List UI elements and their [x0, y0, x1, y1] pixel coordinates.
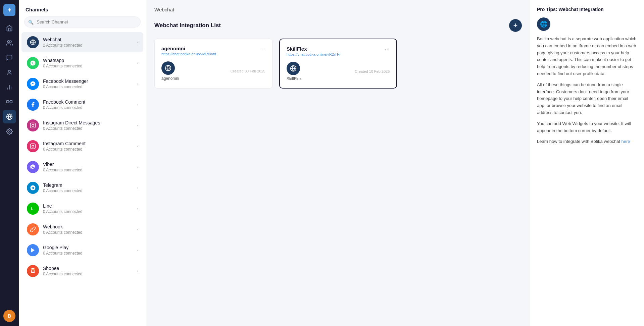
channel-name: Line [43, 203, 137, 209]
channel-item-webhook[interactable]: Webhook0 Accounts connected› [21, 219, 143, 239]
svg-point-13 [32, 124, 34, 126]
breadcrumb: Webchat [146, 0, 530, 12]
card-header-info: agenomni https://chat.botika.online/MRl8… [161, 46, 216, 56]
add-integration-button[interactable]: + [509, 19, 522, 32]
card-top: agenomni https://chat.botika.online/MRl8… [161, 46, 265, 56]
card-header-info: SkillFlex https://chat.botika.online/yR2… [287, 46, 341, 56]
nav-item-contacts[interactable] [3, 36, 16, 50]
channels-list: Webchat2 Accounts connected›Whatsapp0 Ac… [19, 32, 146, 282]
nav-item-channels[interactable] [3, 110, 16, 123]
channel-icon-telegram [27, 182, 39, 194]
chevron-right-icon: › [137, 269, 138, 273]
svg-point-0 [7, 41, 10, 43]
svg-point-17 [34, 145, 35, 145]
channel-name: Facebook Comment [43, 99, 137, 105]
channel-name: Facebook Messenger [43, 78, 137, 84]
search-box: 🔍 [24, 16, 141, 28]
section-title-row: Webchat Integration List + [154, 19, 522, 32]
channel-item-telegram[interactable]: Telegram0 Accounts connected› [21, 178, 143, 198]
chevron-right-icon: › [137, 206, 138, 211]
search-icon: 🔍 [28, 19, 34, 24]
chevron-right-icon: › [137, 248, 138, 253]
learn-more-prefix: Learn how to integrate with Botika webch… [537, 139, 621, 144]
svg-point-14 [34, 124, 35, 124]
tips-title: Pro Tips: Webchat Integration [537, 7, 637, 12]
card-more-options[interactable]: ··· [260, 46, 265, 52]
channel-info: Facebook Messenger0 Accounts connected [43, 78, 137, 89]
channel-info: Whatsapp0 Accounts connected [43, 58, 137, 68]
channel-sub: 0 Accounts connected [43, 251, 137, 256]
card-bottom: SkillFlex Created 10 Feb 2025 [287, 62, 390, 81]
channel-icon-instagram-dm [27, 119, 39, 131]
tips-panel: Pro Tips: Webchat Integration 🌐 Botika w… [530, 0, 644, 326]
channel-name: Instagram Comment [43, 141, 137, 146]
nav-item-team[interactable] [3, 66, 16, 79]
learn-more-link[interactable]: here [621, 139, 630, 144]
chevron-right-icon: › [137, 102, 138, 107]
channel-item-facebook-comment[interactable]: Facebook Comment0 Accounts connected› [21, 95, 143, 115]
channel-item-instagram-comment[interactable]: Instagram Comment0 Accounts connected› [21, 136, 143, 156]
search-input[interactable] [24, 16, 141, 28]
channel-info: Webhook0 Accounts connected [43, 224, 137, 235]
nav-item-integrations[interactable] [3, 95, 16, 109]
card-name: SkillFlex [287, 46, 341, 52]
channel-info: Instagram Direct Messages0 Accounts conn… [43, 120, 137, 131]
channel-info: Google Play0 Accounts connected [43, 245, 137, 256]
card-date: Created 03 Feb 2025 [231, 69, 265, 73]
channel-info: Viber0 Accounts connected [43, 162, 137, 172]
card-label: SkillFlex [287, 76, 302, 81]
nav-bottom: B [3, 310, 15, 322]
channel-item-line[interactable]: LLine0 Accounts connected› [21, 199, 143, 219]
channel-item-instagram-dm[interactable]: Instagram Direct Messages0 Accounts conn… [21, 115, 143, 135]
tips-paragraph: You can add Web Widgets to your website.… [537, 120, 637, 134]
icon-nav: ✦ B [0, 0, 19, 326]
channel-info: Telegram0 Accounts connected [43, 182, 137, 193]
chevron-right-icon: › [137, 144, 138, 149]
svg-point-16 [32, 145, 34, 147]
svg-point-1 [8, 70, 11, 72]
chevron-right-icon: › [137, 82, 138, 86]
channel-sub: 0 Accounts connected [43, 209, 137, 214]
svg-rect-6 [10, 101, 12, 103]
channel-icon-webchat [27, 36, 39, 48]
channel-icon-shopee [27, 265, 39, 277]
channel-item-viber[interactable]: Viber0 Accounts connected› [21, 157, 143, 177]
integration-card-skillflex[interactable]: SkillFlex https://chat.botika.online/yR2… [279, 39, 397, 89]
card-more-options[interactable]: ··· [385, 46, 390, 52]
section-title: Webchat Integration List [154, 22, 221, 29]
card-label: agenomni [161, 76, 179, 81]
channel-item-google-play[interactable]: Google Play0 Accounts connected› [21, 240, 143, 260]
card-url: https://chat.botika.online/yR2iTHi [287, 52, 341, 56]
channel-icon-webhook [27, 223, 39, 235]
cards-grid: agenomni https://chat.botika.online/MRl8… [154, 39, 522, 89]
channel-sub: 0 Accounts connected [43, 147, 137, 152]
tips-paragraph: All of these things can be done from a s… [537, 82, 637, 116]
channels-header: Channels [19, 0, 146, 16]
channel-info: Line0 Accounts connected [43, 203, 137, 214]
channel-name: Viber [43, 162, 137, 167]
channel-item-shopee[interactable]: Shopee0 Accounts connected› [21, 261, 143, 281]
channel-item-whatsapp[interactable]: Whatsapp0 Accounts connected› [21, 53, 143, 73]
main-content: Webchat Webchat Integration List + ageno… [146, 0, 530, 326]
channel-item-webchat[interactable]: Webchat2 Accounts connected› [21, 32, 143, 52]
integration-card-agenomni[interactable]: agenomni https://chat.botika.online/MRl8… [154, 39, 273, 89]
nav-item-home[interactable] [3, 21, 16, 35]
nav-item-settings[interactable] [3, 125, 16, 138]
card-top: SkillFlex https://chat.botika.online/yR2… [287, 46, 390, 56]
channel-name: Telegram [43, 182, 137, 188]
channel-icon-line: L [27, 203, 39, 215]
chevron-right-icon: › [137, 61, 138, 65]
channel-item-facebook-messenger[interactable]: Facebook Messenger0 Accounts connected› [21, 74, 143, 94]
channel-sub: 0 Accounts connected [43, 105, 137, 110]
channel-sub: 0 Accounts connected [43, 126, 137, 131]
channel-name: Google Play [43, 245, 137, 250]
user-avatar[interactable]: B [3, 310, 15, 322]
nav-item-analytics[interactable] [3, 80, 16, 94]
channel-icon-viber [27, 161, 39, 173]
channel-sub: 0 Accounts connected [43, 85, 137, 89]
nav-item-chat[interactable] [3, 51, 16, 64]
channel-icon-instagram-comment [27, 140, 39, 152]
channel-info: Webchat2 Accounts connected [43, 37, 137, 48]
channel-info: Facebook Comment0 Accounts connected [43, 99, 137, 110]
channel-name: Webchat [43, 37, 137, 42]
